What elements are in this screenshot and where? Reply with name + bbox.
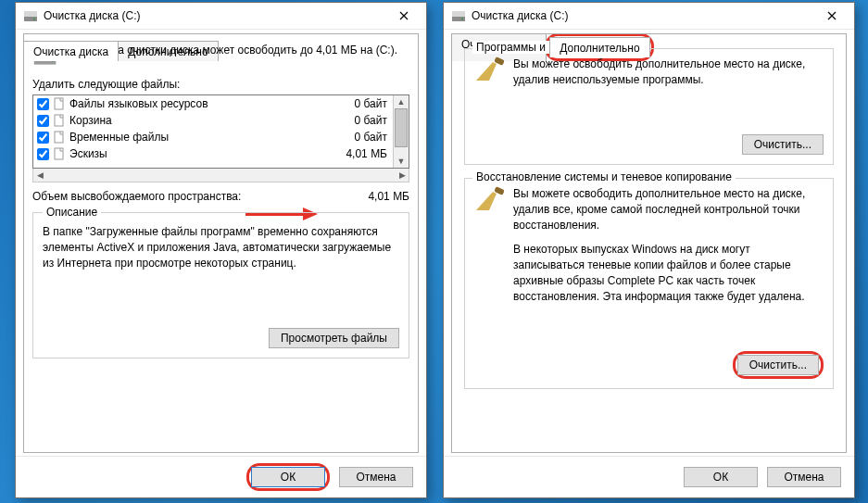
- svg-rect-1: [24, 11, 37, 17]
- svg-marker-17: [476, 62, 497, 81]
- file-name: Корзина: [69, 114, 330, 127]
- total-label: Объем высвобождаемого пространства:: [32, 190, 368, 203]
- scroll-up-icon[interactable]: ▲: [394, 95, 409, 108]
- sweep-icon: [474, 186, 506, 212]
- svg-rect-15: [452, 11, 465, 17]
- file-type-icon: [53, 147, 66, 160]
- file-checkbox[interactable]: [37, 148, 49, 160]
- ok-button[interactable]: ОК: [251, 467, 325, 487]
- programs-cleanup-button[interactable]: Очистить...: [742, 134, 824, 155]
- view-files-button[interactable]: Просмотреть файлы: [269, 328, 399, 348]
- file-name: Временные файлы: [69, 131, 330, 144]
- file-size: 0 байт: [330, 131, 393, 144]
- restore-group-title: Восстановление системы и теневое копиров…: [472, 170, 736, 183]
- tab-cleanup[interactable]: Очистка диска: [23, 41, 119, 61]
- svg-marker-19: [476, 192, 497, 210]
- tab-cleanup-label: Очистка диска: [33, 45, 108, 58]
- dialog-footer: ОК Отмена: [16, 456, 426, 497]
- svg-rect-8: [55, 98, 63, 109]
- drive-small-icon: [451, 8, 466, 23]
- ok-button[interactable]: ОК: [684, 467, 758, 487]
- list-item[interactable]: Файлы языковых ресурсов0 байт: [33, 95, 393, 112]
- window-title: Очистка диска (C:): [472, 9, 815, 22]
- file-size: 4,01 МБ: [330, 147, 393, 160]
- scroll-thumb[interactable]: [395, 108, 408, 147]
- dialog-footer: ОК Отмена: [444, 456, 854, 497]
- disk-cleanup-dialog-more: Очистка диска (C:) Очистка диска Дополни…: [443, 2, 855, 498]
- file-type-icon: [53, 97, 66, 110]
- tab-more-label: Дополнительно: [560, 42, 639, 55]
- scrollbar-horizontal[interactable]: ◀ ▶: [32, 169, 409, 182]
- scroll-left-icon[interactable]: ◀: [33, 169, 46, 182]
- restore-text-2: В некоторых выпусках Windows на диск мог…: [513, 242, 824, 304]
- titlebar[interactable]: Очистка диска (C:): [16, 3, 426, 30]
- cancel-button[interactable]: Отмена: [767, 467, 841, 487]
- cancel-button[interactable]: Отмена: [339, 467, 413, 487]
- file-name: Эскизы: [69, 147, 330, 160]
- close-button[interactable]: [387, 6, 421, 26]
- file-checkbox[interactable]: [37, 98, 49, 110]
- svg-rect-9: [55, 115, 63, 126]
- svg-point-2: [33, 19, 35, 20]
- tab-more[interactable]: Дополнительно: [549, 37, 649, 57]
- scroll-right-icon[interactable]: ▶: [396, 169, 409, 182]
- file-size: 0 байт: [330, 97, 393, 110]
- file-type-icon: [53, 114, 66, 127]
- file-type-icon: [53, 131, 66, 144]
- scroll-down-icon[interactable]: ▼: [394, 155, 409, 168]
- list-item[interactable]: Корзина0 байт: [33, 112, 393, 129]
- file-checkbox[interactable]: [37, 132, 49, 144]
- description-text: В папке "Загруженные файлы программ" вре…: [43, 224, 399, 270]
- programs-group: Программы и компоненты Вы можете освобод…: [464, 48, 834, 165]
- description-title: Описание: [43, 206, 101, 219]
- restore-cleanup-button[interactable]: Очистить...: [737, 355, 819, 375]
- sweep-icon: [474, 57, 506, 82]
- file-size: 0 байт: [330, 114, 393, 127]
- restore-text-1: Вы можете освободить дополнительное мест…: [513, 186, 824, 233]
- file-checkbox[interactable]: [37, 115, 49, 127]
- scrollbar-vertical[interactable]: ▲ ▼: [393, 95, 409, 168]
- list-item[interactable]: Временные файлы0 байт: [33, 129, 393, 145]
- svg-rect-10: [55, 132, 63, 143]
- tab-content-cleanup: Программа очистки диска может освободить…: [23, 33, 419, 453]
- file-name: Файлы языковых ресурсов: [69, 97, 330, 110]
- close-button[interactable]: [815, 6, 849, 26]
- titlebar[interactable]: Очистка диска (C:): [444, 3, 854, 30]
- disk-cleanup-dialog-main: Очистка диска (C:) Очистка диска Дополни…: [15, 2, 427, 498]
- description-group: Описание В папке "Загруженные файлы прог…: [32, 212, 409, 358]
- tab-content-more: Программы и компоненты Вы можете освобод…: [451, 33, 847, 453]
- window-title: Очистка диска (C:): [44, 9, 387, 22]
- list-item[interactable]: Эскизы4,01 МБ: [33, 145, 393, 162]
- drive-small-icon: [23, 8, 38, 23]
- programs-text: Вы можете освободить дополнительное мест…: [513, 57, 824, 88]
- svg-point-16: [461, 19, 463, 20]
- files-list-label: Удалить следующие файлы:: [32, 78, 409, 91]
- files-list[interactable]: Файлы языковых ресурсов0 байтКорзина0 ба…: [32, 94, 409, 169]
- restore-group: Восстановление системы и теневое копиров…: [464, 178, 834, 389]
- svg-rect-11: [55, 148, 63, 159]
- total-value: 4,01 МБ: [368, 190, 409, 203]
